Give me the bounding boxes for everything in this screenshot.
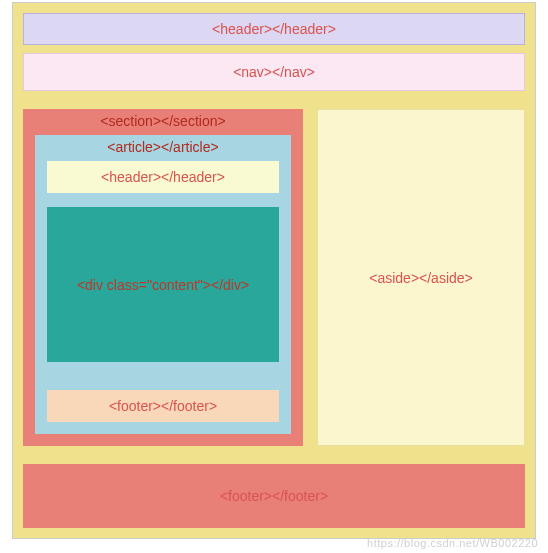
middle-row: <section></section> <article></article> … [23, 109, 525, 446]
section-block: <section></section> <article></article> … [23, 109, 303, 446]
content-label: <div class="content"></div> [77, 277, 249, 293]
article-label: <article></article> [47, 135, 279, 161]
aside-label: <aside></aside> [369, 270, 473, 286]
nav-label: <nav></nav> [233, 64, 315, 80]
article-footer-label: <footer></footer> [109, 398, 217, 414]
content-block: <div class="content"></div> [47, 207, 279, 362]
article-header-label: <header></header> [101, 169, 225, 185]
header-block: <header></header> [23, 13, 525, 45]
header-label: <header></header> [212, 21, 336, 37]
page-footer-block: <footer></footer> [23, 464, 525, 528]
article-block: <article></article> <header></header> <d… [35, 135, 291, 434]
nav-block: <nav></nav> [23, 53, 525, 91]
section-label: <section></section> [35, 109, 291, 135]
page-footer-label: <footer></footer> [220, 488, 328, 504]
aside-block: <aside></aside> [317, 109, 525, 446]
article-header-block: <header></header> [47, 161, 279, 193]
layout-diagram: <header></header> <nav></nav> <section><… [12, 2, 536, 539]
article-footer-block: <footer></footer> [47, 390, 279, 422]
